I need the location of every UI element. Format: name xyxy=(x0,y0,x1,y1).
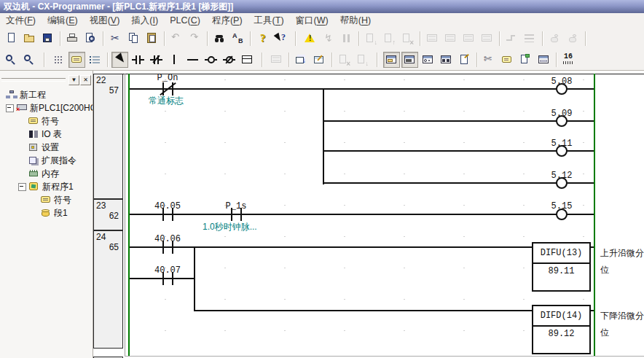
comment-list-button[interactable] xyxy=(499,52,516,68)
print-button[interactable] xyxy=(64,31,81,47)
workspace-close-button[interactable]: ✕ xyxy=(80,75,91,85)
toolbar-separator xyxy=(377,52,377,67)
coil-5-11[interactable] xyxy=(556,145,568,157)
tree-item-section1[interactable]: 段1 xyxy=(0,206,93,219)
contact-p-1s-label[interactable]: P_1s xyxy=(214,201,258,211)
tree-expander-icon[interactable] xyxy=(18,183,26,191)
toggle-project-workspace-button[interactable] xyxy=(383,52,400,68)
workspace-dropdown-button[interactable]: ▼ xyxy=(68,75,79,85)
insert-rung-button[interactable] xyxy=(481,52,498,68)
workspace-grip[interactable] xyxy=(1,78,66,82)
help-button[interactable] xyxy=(254,31,271,47)
tree-item-memory[interactable]: 内存 xyxy=(0,167,93,180)
instruction-box-difu[interactable]: DIFU(13) 89.11 xyxy=(532,242,591,292)
online-work-button xyxy=(320,31,337,47)
vertical-line-tool-button[interactable] xyxy=(166,52,183,68)
cut-button[interactable] xyxy=(107,31,124,47)
window-watch-icon xyxy=(403,53,417,66)
toolbar-separator xyxy=(358,31,359,46)
paste-button[interactable] xyxy=(144,31,160,47)
coil-5-15[interactable] xyxy=(556,209,568,220)
contact-40-06-label[interactable]: 40.06 xyxy=(146,234,189,244)
edit-grid-icon xyxy=(313,53,326,66)
context-help-button[interactable] xyxy=(272,31,289,47)
rung-24-margin[interactable]: 24 65 xyxy=(93,230,123,349)
rung-22-branch-vertical xyxy=(323,88,324,184)
toolbar-separator xyxy=(44,52,44,67)
menu-insert[interactable]: 插入(I) xyxy=(125,13,164,28)
contact-p-on-label[interactable]: P_On xyxy=(146,73,189,83)
program-check-button[interactable] xyxy=(293,52,310,68)
coil-nc-tool-button[interactable] xyxy=(221,52,237,68)
tree-item-program[interactable]: 新程序1 xyxy=(0,180,93,193)
instruction-box-difd[interactable]: DIFD(14) 89.12 xyxy=(532,305,591,354)
rung-23-step: 62 xyxy=(109,211,119,221)
show-comments-button[interactable] xyxy=(68,52,85,68)
horizontal-line-tool-button[interactable] xyxy=(184,52,201,68)
ladder-bottom-line xyxy=(125,356,644,357)
difd-comment-line2: 位 xyxy=(600,327,609,339)
toolbar-separator xyxy=(331,52,332,67)
rung-22-margin[interactable]: 22 57 xyxy=(93,74,123,199)
coil-5-12[interactable] xyxy=(556,177,568,189)
tree-item-settings[interactable]: 设置 xyxy=(0,141,93,154)
tree-item-label: 新PLC1[C200HG xyxy=(30,102,93,114)
rung-list-button[interactable] xyxy=(87,52,103,68)
contact-no-tool-button[interactable] xyxy=(130,52,146,68)
menu-file[interactable]: 文件(F) xyxy=(0,13,42,28)
new-file-button[interactable] xyxy=(3,31,20,47)
rung-23-margin[interactable]: 23 62 xyxy=(93,199,123,230)
select-tool-button[interactable] xyxy=(111,52,128,68)
instruction-box-icon xyxy=(240,53,254,66)
contact-nc-tool-button[interactable] xyxy=(148,52,165,68)
zoom-in-button[interactable] xyxy=(3,52,20,68)
coil-5-09[interactable] xyxy=(556,115,568,127)
tree-item-plc[interactable]: 新PLC1[C200HG xyxy=(0,101,93,114)
save-button[interactable] xyxy=(39,31,56,47)
coil-5-08[interactable] xyxy=(556,83,568,95)
toggle-output-window-button[interactable] xyxy=(420,52,436,68)
zoom-out-button[interactable] xyxy=(21,52,38,68)
copy-button[interactable] xyxy=(125,31,142,47)
flag-page-icon xyxy=(519,53,533,66)
tree-expander-icon[interactable] xyxy=(6,104,14,112)
menu-window[interactable]: 窗口(W) xyxy=(290,13,334,28)
tree-item-program-symbols[interactable]: 符号 xyxy=(0,193,93,206)
differential-monitor-button xyxy=(503,31,520,47)
online-edit-rungs-button[interactable] xyxy=(311,52,328,68)
dialog-icon xyxy=(537,53,551,66)
menu-program[interactable]: 程序(P) xyxy=(206,13,248,28)
hex-monitor-button[interactable] xyxy=(560,52,577,68)
compile-button[interactable] xyxy=(302,31,318,47)
coil-icon xyxy=(204,53,218,66)
coil-tool-button[interactable] xyxy=(203,52,219,68)
workspace-header: ▼ ✕ xyxy=(1,74,91,86)
send-changes-button xyxy=(336,52,353,68)
contact-40-07-label[interactable]: 40.07 xyxy=(146,265,189,276)
toolbar-separator xyxy=(556,52,557,67)
instruction-tool-button[interactable] xyxy=(239,52,256,68)
menu-view[interactable]: 视图(V) xyxy=(84,13,126,28)
toggle-watch-window-button[interactable] xyxy=(401,52,418,68)
grid-toggle-button[interactable] xyxy=(50,52,67,68)
open-file-button[interactable] xyxy=(21,31,38,47)
toolbar-separator xyxy=(250,31,251,46)
tree-item-io-table[interactable]: IO 表 xyxy=(0,128,93,141)
tree-item-symbols[interactable]: 符号 xyxy=(0,114,93,128)
find-button[interactable] xyxy=(211,31,228,47)
print-preview-button[interactable] xyxy=(82,31,99,47)
tree-item-project[interactable]: 新工程 xyxy=(0,88,93,101)
menu-edit[interactable]: 编辑(E) xyxy=(42,13,84,28)
toggle-cross-reference-button[interactable] xyxy=(438,52,455,68)
replace-button[interactable] xyxy=(229,31,246,47)
tree-item-expansion-instructions[interactable]: 扩展指令 xyxy=(0,154,93,167)
show-properties-button[interactable] xyxy=(456,52,473,68)
scissors-icon xyxy=(109,32,122,44)
section-list-button[interactable] xyxy=(517,52,534,68)
menu-help[interactable]: 帮助(H) xyxy=(334,13,377,28)
contact-40-05-label[interactable]: 40.05 xyxy=(146,201,189,211)
menu-plc[interactable]: PLC(C) xyxy=(164,14,206,27)
local-window-button[interactable] xyxy=(535,52,552,68)
menu-tools[interactable]: 工具(T) xyxy=(248,13,290,28)
save-icon xyxy=(41,32,55,44)
